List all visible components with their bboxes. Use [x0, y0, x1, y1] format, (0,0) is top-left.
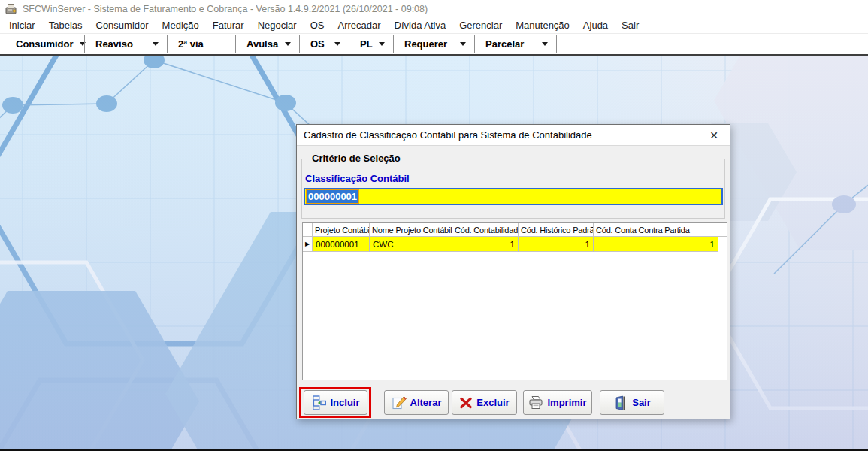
- toolbar-button-2a-via[interactable]: 2ª via: [168, 35, 235, 54]
- imprimir-button-label: Imprimir: [547, 397, 586, 408]
- sair-button[interactable]: Sair: [600, 390, 664, 415]
- toolbar-button-avulsa[interactable]: Avulsa: [236, 35, 299, 54]
- menu-item-iniciar[interactable]: Iniciar: [2, 18, 42, 33]
- toolbar-button-reaviso[interactable]: Reaviso: [85, 35, 167, 54]
- excluir-button[interactable]: Excluir: [452, 390, 517, 415]
- excluir-button-label: Excluir: [476, 397, 509, 408]
- row-selector-icon: ▶: [303, 237, 313, 252]
- classificacao-contabil-input[interactable]: 000000001: [304, 188, 723, 205]
- cadastro-classificacao-dialog: Cadastro de Classificação Contábil para …: [296, 124, 730, 419]
- alterar-button-label: Alterar: [410, 397, 442, 408]
- app-icon: [5, 3, 17, 15]
- delete-x-icon: [459, 396, 473, 410]
- row-selector-header: [303, 223, 313, 236]
- chevron-down-icon: [334, 42, 340, 46]
- column-header-cod-historico-padrao[interactable]: Cód. Histórico Padrão: [519, 223, 594, 236]
- sair-button-label: Sair: [632, 397, 651, 408]
- toolbar-button-parcelar[interactable]: Parcelar: [475, 35, 556, 54]
- alterar-button[interactable]: Alterar: [384, 390, 449, 415]
- incluir-button[interactable]: Incluir: [304, 390, 367, 415]
- toolbar-separator: [556, 35, 557, 53]
- classificacao-contabil-label: Classificação Contábil: [305, 173, 410, 184]
- toolbar-button-consumidor[interactable]: Consumidor: [5, 35, 84, 54]
- toolbar-button-pl[interactable]: PL: [349, 35, 393, 54]
- classificacao-grid: Projeto Contábil Nome Projeto Contábil C…: [302, 222, 727, 380]
- close-button[interactable]: ✕: [698, 125, 730, 145]
- chevron-down-icon: [542, 42, 548, 46]
- imprimir-button[interactable]: Imprimir: [523, 390, 592, 415]
- menu-bar: Iniciar Tabelas Consumidor Medição Fatur…: [0, 18, 868, 33]
- menu-item-manutencao[interactable]: Manutenção: [509, 18, 576, 33]
- toolbar: Consumidor Reaviso 2ª via Avulsa OS PL R…: [0, 33, 868, 54]
- dialog-title: Cadastro de Classificação Contábil para …: [297, 129, 592, 141]
- column-header-cod-conta-contra-partida[interactable]: Cód. Conta Contra Partida: [594, 223, 718, 236]
- column-header-nome-projeto-contabil[interactable]: Nome Projeto Contábil: [370, 223, 452, 236]
- menu-item-divida-ativa[interactable]: Dívida Ativa: [388, 18, 453, 33]
- criteria-groupbox-label: Critério de Seleção: [308, 153, 404, 164]
- window-title: SFCWinServer - Sistema de Faturamento e …: [23, 4, 428, 14]
- menu-item-sair[interactable]: Sair: [615, 18, 646, 33]
- cell-projeto-contabil: 000000001: [313, 237, 370, 252]
- window-titlebar: SFCWinServer - Sistema de Faturamento e …: [0, 0, 868, 18]
- insert-icon: [311, 395, 326, 410]
- grid-header-filler: [718, 223, 727, 236]
- menu-item-tabelas[interactable]: Tabelas: [42, 18, 89, 33]
- menu-item-arrecadar[interactable]: Arrecadar: [331, 18, 387, 33]
- menu-item-medicao[interactable]: Medição: [156, 18, 206, 33]
- column-header-projeto-contabil[interactable]: Projeto Contábil: [313, 223, 370, 236]
- chevron-down-icon: [285, 42, 291, 46]
- chevron-down-icon: [153, 42, 159, 46]
- incluir-button-label: Incluir: [330, 397, 359, 408]
- menu-item-negociar[interactable]: Negociar: [251, 18, 304, 33]
- grid-header: Projeto Contábil Nome Projeto Contábil C…: [303, 223, 727, 237]
- selected-input-text: 000000001: [307, 190, 358, 203]
- table-row[interactable]: ▶ 000000001 CWC 1 1 1: [303, 237, 727, 252]
- dialog-titlebar[interactable]: Cadastro de Classificação Contábil para …: [297, 125, 730, 146]
- grid-row-filler: [718, 237, 727, 252]
- menu-item-faturar[interactable]: Faturar: [206, 18, 251, 33]
- column-header-cod-contabilidade[interactable]: Cód. Contabilidade: [452, 223, 519, 236]
- toolbar-button-requerer[interactable]: Requerer: [394, 35, 474, 54]
- edit-pencil-icon: [392, 395, 407, 410]
- menu-item-consumidor[interactable]: Consumidor: [89, 18, 156, 33]
- menu-item-ajuda[interactable]: Ajuda: [576, 18, 615, 33]
- menu-item-gerenciar[interactable]: Gerenciar: [452, 18, 509, 33]
- cell-cod-contabilidade: 1: [452, 237, 519, 252]
- toolbar-button-os[interactable]: OS: [300, 35, 349, 54]
- menu-item-os[interactable]: OS: [304, 18, 331, 33]
- chevron-down-icon: [379, 42, 385, 46]
- cell-cod-historico-padrao: 1: [519, 237, 594, 252]
- printer-icon: [528, 395, 543, 410]
- cell-cod-conta-contra-partida: 1: [594, 237, 718, 252]
- chevron-down-icon: [460, 42, 466, 46]
- cell-nome-projeto-contabil: CWC: [370, 237, 452, 252]
- exit-door-icon: [613, 395, 628, 410]
